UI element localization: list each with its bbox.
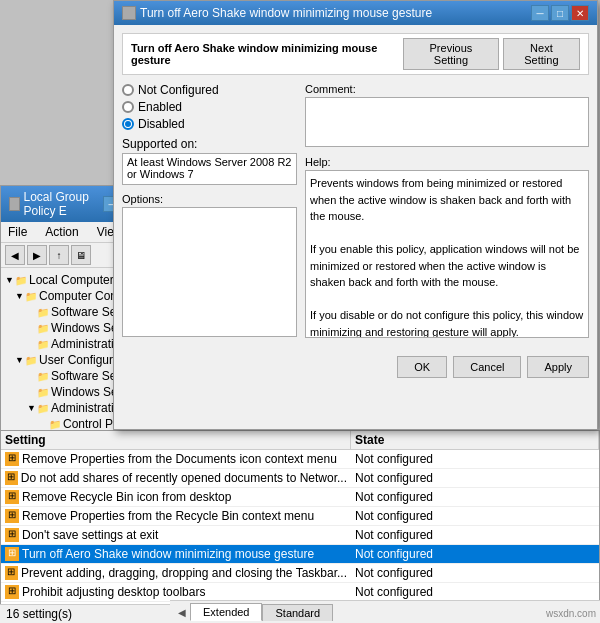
list-item[interactable]: ⊞ Remove Properties from the Documents i…	[1, 450, 599, 469]
dialog-window: Turn off Aero Shake window minimizing mo…	[113, 0, 598, 430]
list-header: Setting State	[1, 431, 599, 450]
folder-icon: 📁	[37, 371, 49, 382]
nav-buttons: Previous Setting Next Setting	[403, 38, 580, 70]
options-label: Options:	[122, 193, 297, 205]
setting-icon: ⊞	[5, 490, 19, 504]
comment-label: Comment:	[305, 83, 589, 95]
comment-section: Comment:	[305, 83, 589, 150]
row-state: Not configured	[351, 469, 599, 487]
tab-extended[interactable]: Extended	[190, 603, 262, 621]
next-setting-btn[interactable]: Next Setting	[503, 38, 580, 70]
help-label: Help:	[305, 156, 589, 168]
setting-icon: ⊞	[5, 528, 19, 542]
setting-icon: ⊞	[5, 452, 19, 466]
setting-icon: ⊞	[5, 547, 19, 561]
help-text: Prevents windows from being minimized or…	[305, 170, 589, 338]
folder-icon: 📁	[37, 339, 49, 350]
apply-btn[interactable]: Apply	[527, 356, 589, 378]
folder-icon: 📁	[15, 275, 27, 286]
radio-not-configured-input[interactable]	[122, 84, 134, 96]
dialog-header: Turn off Aero Shake window minimizing mo…	[122, 33, 589, 75]
dialog-close-btn[interactable]: ✕	[571, 5, 589, 21]
bg-window-title: Local Group Policy E	[24, 190, 103, 218]
status-text: 16 setting(s)	[6, 607, 72, 621]
row-state: Not configured	[351, 564, 599, 582]
row-name: ⊞ Remove Properties from the Documents i…	[1, 450, 351, 468]
help-section: Help: Prevents windows from being minimi…	[305, 156, 589, 338]
watermark: wsxdn.com	[546, 608, 596, 619]
arrow-icon: ▼	[15, 291, 25, 301]
setting-icon: ⊞	[5, 471, 18, 485]
folder-icon: 📁	[37, 387, 49, 398]
radio-enabled[interactable]: Enabled	[122, 100, 297, 114]
list-item[interactable]: ⊞ Don't save settings at exit Not config…	[1, 526, 599, 545]
radio-disabled[interactable]: Disabled	[122, 117, 297, 131]
arrow-icon: ▼	[27, 403, 37, 413]
folder-icon: 📁	[37, 403, 49, 414]
bg-window-icon	[9, 197, 20, 211]
row-state: Not configured	[351, 450, 599, 468]
radio-not-configured[interactable]: Not Configured	[122, 83, 297, 97]
supported-text: At least Windows Server 2008 R2 or Windo…	[122, 153, 297, 185]
dialog-maximize-btn[interactable]: □	[551, 5, 569, 21]
status-bar: 16 setting(s)	[0, 604, 170, 623]
list-item-selected[interactable]: ⊞ Turn off Aero Shake window minimizing …	[1, 545, 599, 564]
list-item[interactable]: ⊞ Do not add shares of recently opened d…	[1, 469, 599, 488]
setting-icon: ⊞	[5, 509, 19, 523]
radio-disabled-input[interactable]	[122, 118, 134, 130]
left-panel: Not Configured Enabled Disabled Supporte…	[122, 83, 297, 338]
scroll-left-btn[interactable]: ◀	[174, 605, 190, 620]
dialog-titlebar: Turn off Aero Shake window minimizing mo…	[114, 1, 597, 25]
comment-input[interactable]	[305, 97, 589, 147]
dialog-footer: OK Cancel Apply	[114, 348, 597, 386]
col-setting: Setting	[1, 431, 351, 449]
row-state: Not configured	[351, 507, 599, 525]
radio-not-configured-label: Not Configured	[138, 83, 219, 97]
up-btn[interactable]: ↑	[49, 245, 69, 265]
radio-disabled-label: Disabled	[138, 117, 185, 131]
radio-enabled-label: Enabled	[138, 100, 182, 114]
folder-icon: 📁	[25, 355, 37, 366]
arrow-icon: ▼	[5, 275, 15, 285]
row-state: Not configured	[351, 488, 599, 506]
row-state: Not configured	[351, 526, 599, 544]
options-box	[122, 207, 297, 337]
supported-on-label: Supported on:	[122, 137, 297, 151]
row-state: Not configured	[351, 583, 599, 601]
settings-list-panel: Setting State ⊞ Remove Properties from t…	[0, 430, 600, 623]
cancel-btn[interactable]: Cancel	[453, 356, 521, 378]
list-item[interactable]: ⊞ Prevent adding, dragging, dropping and…	[1, 564, 599, 583]
arrow-icon: ▼	[15, 355, 25, 365]
setting-icon: ⊞	[5, 585, 19, 599]
list-item[interactable]: ⊞ Remove Recycle Bin icon from desktop N…	[1, 488, 599, 507]
dialog-title: Turn off Aero Shake window minimizing mo…	[140, 6, 432, 20]
row-name: ⊞ Don't save settings at exit	[1, 526, 351, 544]
dialog-minimize-btn[interactable]: ─	[531, 5, 549, 21]
row-name: ⊞ Remove Recycle Bin icon from desktop	[1, 488, 351, 506]
row-name: ⊞ Remove Properties from the Recycle Bin…	[1, 507, 351, 525]
back-btn[interactable]: ◀	[5, 245, 25, 265]
dialog-content: Turn off Aero Shake window minimizing mo…	[114, 25, 597, 346]
row-state: Not configured	[351, 545, 599, 563]
fwd-btn[interactable]: ▶	[27, 245, 47, 265]
radio-group: Not Configured Enabled Disabled	[122, 83, 297, 131]
tree-item-label: Control Pa	[63, 417, 120, 431]
dialog-icon	[122, 6, 136, 20]
radio-enabled-input[interactable]	[122, 101, 134, 113]
folder-icon: 📁	[37, 323, 49, 334]
list-item[interactable]: ⊞ Remove Properties from the Recycle Bin…	[1, 507, 599, 526]
ok-btn[interactable]: OK	[397, 356, 447, 378]
options-section: Options:	[122, 193, 297, 337]
list-body: ⊞ Remove Properties from the Documents i…	[1, 450, 599, 602]
computer-btn[interactable]: 🖥	[71, 245, 91, 265]
dialog-header-text: Turn off Aero Shake window minimizing mo…	[131, 42, 403, 66]
prev-setting-btn[interactable]: Previous Setting	[403, 38, 499, 70]
folder-icon: 📁	[49, 419, 61, 430]
menu-file[interactable]: File	[5, 224, 30, 240]
dialog-body: Not Configured Enabled Disabled Supporte…	[122, 83, 589, 338]
folder-icon: 📁	[37, 307, 49, 318]
menu-action[interactable]: Action	[42, 224, 81, 240]
tabs-bar: ◀ Extended Standard	[170, 600, 600, 623]
row-name: ⊞ Turn off Aero Shake window minimizing …	[1, 545, 351, 563]
tab-standard[interactable]: Standard	[262, 604, 333, 621]
